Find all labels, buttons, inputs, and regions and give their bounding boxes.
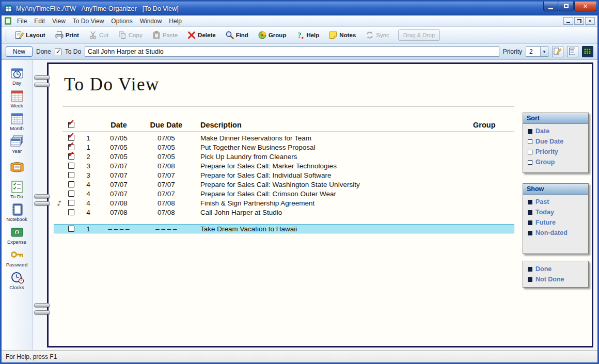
alarm-icon xyxy=(57,199,68,207)
done-filter-option[interactable]: Not Done xyxy=(523,274,588,284)
todo-row[interactable]: 4 07/08 07/08 Call John Harper at Studio xyxy=(54,208,514,217)
due-date-column-header[interactable]: Due Date xyxy=(143,121,190,129)
show-option[interactable]: Future xyxy=(523,217,588,228)
toolbar-grip[interactable] xyxy=(6,29,7,41)
todo-checkbox[interactable] xyxy=(68,209,74,215)
new-button[interactable]: New xyxy=(6,46,33,57)
sidebar-item-expense[interactable]: $ Expense xyxy=(2,224,32,246)
description-column-header[interactable]: Description xyxy=(190,121,473,129)
sidebar-item-todo[interactable]: To Do xyxy=(2,178,32,201)
todo-row[interactable]: 3 07/07 07/08 Prepare for Sales Call: Ma… xyxy=(54,161,514,170)
todo-description[interactable]: Take Dream Vacation to Hawaii xyxy=(190,225,473,233)
todo-checkbox[interactable] xyxy=(68,191,74,197)
group-column-header[interactable]: Group xyxy=(473,121,514,129)
todo-checkbox[interactable] xyxy=(68,163,74,169)
option-checkbox-icon xyxy=(528,129,532,134)
sidebar-item-day[interactable]: Day xyxy=(2,65,32,87)
todo-row[interactable]: 4 07/07 07/07 Prepare for Sales Call: Wa… xyxy=(54,180,514,189)
menu-todo-view[interactable]: To Do View xyxy=(69,16,107,26)
delete-button[interactable]: Delete xyxy=(183,28,219,42)
date-column-header[interactable]: Date xyxy=(95,121,143,129)
option-checkbox-icon xyxy=(528,210,532,215)
todo-description[interactable]: Call John Harper at Studio xyxy=(190,209,473,216)
notes-button[interactable]: Notes xyxy=(325,28,359,42)
copy-button[interactable]: Copy xyxy=(114,28,146,42)
show-option[interactable]: Today xyxy=(523,207,588,217)
find-icon xyxy=(225,30,234,40)
todo-row[interactable]: 1 07/05 07/05 Make Dinner Reservations f… xyxy=(54,133,514,143)
chevron-down-icon[interactable]: ▾ xyxy=(540,47,548,56)
todo-row[interactable]: 4 07/08 07/08 Finish & Sign Partnership … xyxy=(54,198,514,208)
todo-checkbox[interactable] xyxy=(68,153,74,160)
done-column-header[interactable] xyxy=(68,122,82,128)
todo-checkbox[interactable] xyxy=(68,181,74,187)
group-button[interactable]: Group xyxy=(254,28,290,42)
todo-row[interactable]: 1 – – – – – – – – Take Dream Vacation to… xyxy=(54,224,514,233)
sidebar-item-password[interactable]: Password xyxy=(2,246,32,269)
sidebar-item-label: Clocks xyxy=(9,284,24,290)
menu-help[interactable]: Help xyxy=(165,16,185,26)
done-filter-option[interactable]: Done xyxy=(523,264,588,274)
close-button[interactable]: ✕ xyxy=(574,2,596,11)
todo-row[interactable]: 4 07/07 07/07 Prepare for Sales Call: Cr… xyxy=(54,189,514,198)
sort-option[interactable]: Group xyxy=(523,157,588,167)
todo-entry-input[interactable] xyxy=(85,46,499,57)
mdi-restore-button[interactable] xyxy=(574,17,584,25)
mdi-close-button[interactable]: ✕ xyxy=(585,17,595,25)
todo-description[interactable]: Prepare for Sales Call: Marker Technolog… xyxy=(190,162,473,170)
show-option[interactable]: Non-dated xyxy=(523,228,588,238)
sort-option[interactable]: Priority xyxy=(523,147,588,157)
edit-page-icon-button[interactable] xyxy=(552,46,563,57)
help-button[interactable]: ? Help xyxy=(292,28,323,42)
maximize-button[interactable] xyxy=(559,2,574,11)
find-button[interactable]: Find xyxy=(222,28,252,42)
table-header: Date Due Date Description Group xyxy=(54,119,514,131)
todo-row[interactable]: 2 07/05 07/05 Pick Up Laundry from Clean… xyxy=(54,152,514,161)
todo-done-checkbox[interactable] xyxy=(55,49,61,55)
option-checkbox-icon xyxy=(528,150,532,154)
todo-description[interactable]: Pick Up Laundry from Cleaners xyxy=(190,153,473,161)
sidebar-item-notebook[interactable]: Notebook xyxy=(2,201,32,224)
sort-option[interactable]: Date xyxy=(523,126,588,136)
todo-description[interactable]: Make Dinner Reservations for Team xyxy=(190,134,473,142)
minimize-button[interactable] xyxy=(543,2,558,11)
notes-page-icon-button[interactable] xyxy=(567,46,578,57)
document-system-icon[interactable] xyxy=(4,17,12,25)
menu-edit[interactable]: Edit xyxy=(30,16,49,26)
todo-checkbox[interactable] xyxy=(68,200,74,206)
menu-view[interactable]: View xyxy=(49,16,69,26)
todo-description[interactable]: Finish & Sign Partnership Agreement xyxy=(190,199,473,207)
mdi-close-icon: ✕ xyxy=(588,19,592,24)
todo-row[interactable]: 3 07/07 07/07 Prepare for Sales Call: In… xyxy=(54,170,514,180)
layout-button[interactable]: Layout xyxy=(11,28,49,42)
cut-button[interactable]: Cut xyxy=(85,28,112,42)
todo-priority: 1 xyxy=(82,144,95,151)
todo-checkbox[interactable] xyxy=(68,226,74,232)
todo-checkbox[interactable] xyxy=(68,172,74,178)
title-bar[interactable]: MyAnyTimeFile.ATW - AnyTime Organizer - … xyxy=(2,2,597,15)
todo-description[interactable]: Put Together New Business Proposal xyxy=(190,144,473,151)
menu-options[interactable]: Options xyxy=(107,16,136,26)
mdi-minimize-button[interactable] xyxy=(563,17,573,25)
sidebar-item-month[interactable]: Month xyxy=(2,110,32,133)
todo-row[interactable]: 1 07/05 07/05 Put Together New Business … xyxy=(54,143,514,152)
menu-file[interactable]: File xyxy=(13,16,30,26)
sidebar-item-week[interactable]: Week xyxy=(2,87,32,110)
priority-dropdown[interactable]: 2 ▾ xyxy=(526,46,548,57)
print-button[interactable]: Print xyxy=(51,28,83,42)
grid-view-icon-button[interactable] xyxy=(582,46,593,57)
menu-window[interactable]: Window xyxy=(136,16,166,26)
paste-button[interactable]: Paste xyxy=(148,28,181,42)
sort-option[interactable]: Due Date xyxy=(523,136,588,147)
show-option[interactable]: Past xyxy=(523,197,588,207)
sync-button[interactable]: Sync xyxy=(361,28,393,42)
todo-description[interactable]: Prepare for Sales Call: Individual Softw… xyxy=(190,171,473,179)
note-page-icon xyxy=(568,47,577,56)
todo-description[interactable]: Prepare for Sales Call: Crimson Outer We… xyxy=(190,190,473,198)
todo-description[interactable]: Prepare for Sales Call: Washington State… xyxy=(190,181,473,188)
sidebar-item-clocks[interactable]: Clocks xyxy=(2,269,32,292)
sidebar-item-address[interactable] xyxy=(2,155,32,178)
sidebar-item-year[interactable]: Year xyxy=(2,133,32,155)
drag-drop-button[interactable]: Drag & Drop xyxy=(398,29,440,41)
binder-ring xyxy=(34,75,50,80)
